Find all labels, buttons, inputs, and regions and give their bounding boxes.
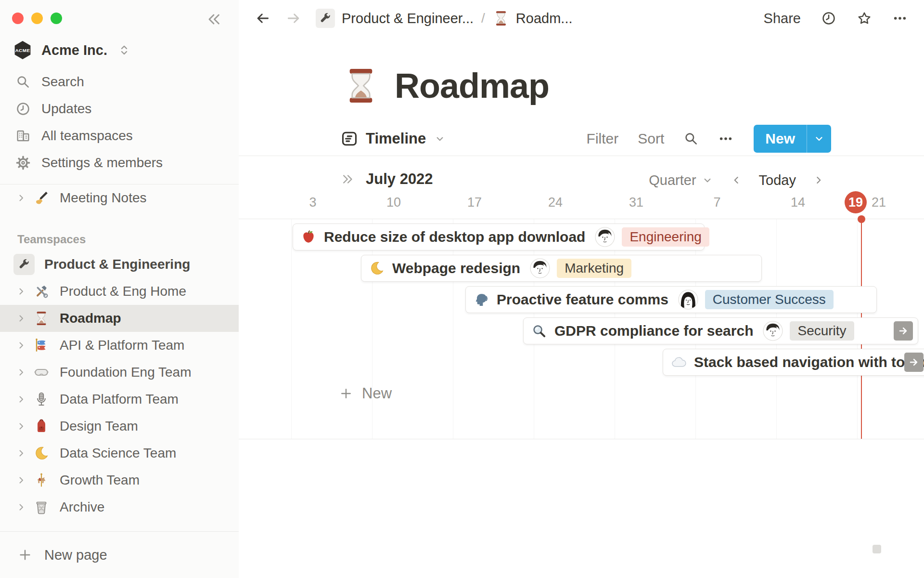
new-button-dropdown[interactable] [807,125,831,153]
sidebar-item-archive[interactable]: Archive [0,494,239,521]
apple-icon [301,229,316,245]
sidebar-item-label: Roadmap [60,311,121,326]
workspace-switcher-icon [117,43,131,57]
topbar: Product & Engineer... / Roadm... Share [239,0,924,37]
sidebar-item-updates[interactable]: Updates [0,95,239,122]
share-button[interactable]: Share [763,9,802,28]
sidebar-item-label: All teamspaces [41,128,133,144]
next-period-icon[interactable] [812,174,825,186]
timeline-new-item-button[interactable]: New [339,385,392,402]
more-options-icon[interactable] [891,10,909,27]
timeline-item-proactive-feature-comms[interactable]: Proactive feature commsCustomer Success [465,286,877,313]
crescent-moon-icon [34,446,49,461]
back-arrow-icon[interactable] [254,10,271,27]
page-title[interactable]: Roadmap [395,66,549,105]
workspace-switcher[interactable]: ACME Acme Inc. [13,38,230,63]
date-tick: 17 [467,195,482,210]
goggles-icon [34,365,49,380]
traffic-light-close[interactable] [12,13,24,24]
page-icon-hourglass[interactable] [342,66,380,105]
timeline-nav: Quarter Today [649,171,825,190]
sidebar-item-label: Meeting Notes [60,190,147,206]
more-options-icon[interactable] [717,130,734,147]
week-gridline [291,219,292,439]
wastebasket-icon [34,499,49,515]
date-tick: 7 [713,195,720,210]
avatar-man-3 [763,321,783,341]
sidebar-item-label: Growth Team [60,473,140,488]
timeline-item-webpage-redesign[interactable]: Webpage redesignMarketing [361,255,762,282]
sidebar-pinned-section: Meeting Notes [0,184,239,211]
wrench-icon [13,254,35,275]
sidebar-item-meeting-notes[interactable]: Meeting Notes [0,184,239,211]
hourglass-icon [34,311,49,326]
notion-app-window: ACME Acme Inc. SearchUpdatesAll teamspac… [0,0,924,578]
open-item-arrow-icon[interactable] [904,353,924,372]
chevron-right-icon [15,340,27,351]
breadcrumb-item-page[interactable]: Roadm... [493,10,573,26]
prev-period-icon[interactable] [730,174,743,186]
view-switcher-timeline[interactable]: Timeline [341,130,446,147]
plus-icon [339,386,353,401]
timeline-zoom-select[interactable]: Quarter [649,172,713,188]
sidebar-item-product-eng-home[interactable]: Product & Eng Home [0,278,239,305]
team-tag-marketing: Marketing [557,259,631,278]
timeline-item-title: Reduce size of desktop app download [324,229,585,245]
chevron-down-icon [434,132,446,145]
gear-icon [15,155,31,171]
sidebar-item-label: Archive [60,499,104,515]
filter-button[interactable]: Filter [586,130,620,148]
sidebar-item-search[interactable]: Search [0,68,239,95]
page-history-icon[interactable] [820,10,837,27]
sidebar-item-api-platform-team[interactable]: API & Platform Team [0,332,239,359]
workspace-logo-text: ACME [15,48,30,53]
hammer-wrench-icon [34,284,49,299]
new-button[interactable]: New [754,125,807,153]
timeline-month: July 2022 [341,169,433,190]
workspace-name: Acme Inc. [41,42,107,58]
week-gridline [372,219,372,439]
chevron-right-icon [15,367,27,378]
expand-timeline-icon[interactable] [341,172,355,186]
favorite-star-icon[interactable] [856,10,873,27]
topbar-actions: Share [763,9,909,28]
sidebar-item-product-engineering[interactable]: Product & Engineering [0,251,239,278]
sidebar-item-label: Product & Eng Home [60,284,186,299]
sidebar-item-growth-team[interactable]: Growth Team [0,467,239,494]
timeline-item-reduce-size-of-desktop-app-download[interactable]: Reduce size of desktop app downloadEngin… [293,223,705,250]
search-icon[interactable] [682,130,700,147]
carp-streamer-icon [34,338,49,353]
search-icon [15,74,31,90]
writing-hand-icon [34,190,49,206]
teamspaces-section-header: Teamspaces [17,233,239,246]
sidebar-item-all-teamspaces[interactable]: All teamspaces [0,122,239,149]
crescent-moon-icon [369,261,385,276]
sidebar-item-foundation-eng-team[interactable]: Foundation Eng Team [0,359,239,386]
traffic-light-zoom[interactable] [51,13,62,24]
sidebar-item-data-science-team[interactable]: Data Science Team [0,440,239,467]
sidebar-item-roadmap[interactable]: Roadmap [0,305,239,332]
traffic-light-minimize[interactable] [31,13,43,24]
sidebar-item-settings-members[interactable]: Settings & members [0,149,239,176]
collapse-sidebar-icon[interactable] [204,10,223,29]
breadcrumb-item-teamspace[interactable]: Product & Engineer... [316,9,474,28]
timeline-view-icon [341,130,358,147]
timeline-item-gdpr-compliance-for-search[interactable]: GDPR compliance for searchSecurity [523,317,918,344]
scrollbar-thumb[interactable] [873,545,881,553]
date-tick: 14 [791,195,805,210]
zoom-level-label: Quarter [649,172,696,188]
sort-button[interactable]: Sort [637,130,665,148]
avatar-man-2 [530,258,550,278]
sidebar-item-data-platform-team[interactable]: Data Platform Team [0,386,239,413]
forward-arrow-icon[interactable] [285,10,302,27]
sidebar-item-design-team[interactable]: Design Team [0,413,239,440]
timeline-item-stack-based-navigation-with-top-bar[interactable]: Stack based navigation with top bar [663,349,924,376]
today-button[interactable]: Today [759,172,796,188]
date-tick: 10 [386,195,401,210]
new-page-button[interactable]: New page [0,532,239,578]
cloud-icon [671,355,686,370]
sidebar-item-label: Foundation Eng Team [60,365,191,380]
sidebar-item-label: Search [41,74,84,90]
open-item-arrow-icon[interactable] [894,321,913,341]
page-header: Roadmap [342,64,924,108]
